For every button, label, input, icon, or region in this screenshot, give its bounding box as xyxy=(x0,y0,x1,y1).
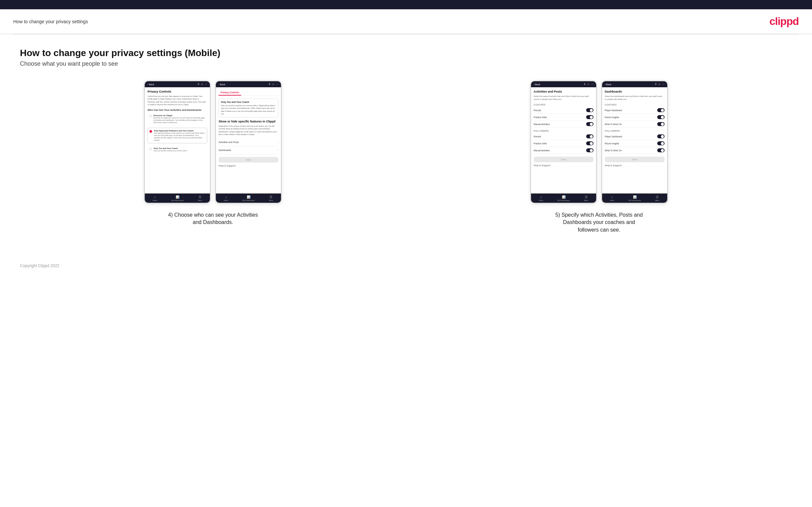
toggle-work-on-coaches[interactable]: What To Work On xyxy=(605,121,665,128)
phone-1-tab-bar: ⌂ Home 📊 My Performance ☰ Menu xyxy=(145,193,210,203)
tab-home-3[interactable]: ⌂ Home xyxy=(539,195,543,202)
breadcrumb: How to change your privacy settings xyxy=(13,19,88,24)
screenshots-row: ‹ Back ⚲ ☺ ⋯ Privacy Controls Control ho… xyxy=(20,80,792,234)
phone-1-body-text: Control how you and your data appears to… xyxy=(147,95,207,106)
back-button-1[interactable]: ‹ Back xyxy=(147,83,154,86)
toggle-round-insights-coaches-switch[interactable] xyxy=(657,115,665,119)
search-icon[interactable]: ⚲ xyxy=(198,83,199,86)
back-button-3[interactable]: ‹ Back xyxy=(534,83,540,86)
menu-icon-2: ☰ xyxy=(270,195,272,199)
phone-2-tab-bar: ⌂ Home 📊 My Performance ☰ Menu xyxy=(216,193,281,203)
toggle-work-on-coaches-switch[interactable] xyxy=(657,122,665,126)
person-icon[interactable]: ☺ xyxy=(201,83,203,86)
tab-home-1[interactable]: ⌂ Home xyxy=(153,195,157,202)
toggle-round-insights-followers[interactable]: Round Insights xyxy=(605,140,665,147)
menu-icon-3: ☰ xyxy=(585,195,588,199)
radio-desc-everyone: Everyone on Clippd can search for you an… xyxy=(153,117,206,124)
toggle-manual-followers-switch[interactable] xyxy=(586,148,594,152)
phone-3-section-title: Activities and Posts xyxy=(534,90,594,93)
radio-coach-only[interactable]: Only You and Your Coach Only you and the… xyxy=(147,146,207,154)
toggle-player-dash-followers-switch[interactable] xyxy=(657,134,665,138)
tab-home-4[interactable]: ⌂ Home xyxy=(610,195,614,202)
toggle-work-on-followers-switch[interactable] xyxy=(657,148,665,152)
person-icon-2[interactable]: ☺ xyxy=(272,83,274,86)
save-button-2[interactable]: Save xyxy=(218,157,278,163)
more-icon-3[interactable]: ⋯ xyxy=(591,83,594,86)
phone-4-section-desc: Select the dashboards that you'd like to… xyxy=(605,95,665,101)
tab-performance-3[interactable]: 📊 My Performance xyxy=(558,195,570,202)
toggle-drills-followers-switch[interactable] xyxy=(586,142,594,145)
radio-everyone[interactable]: Everyone on Clippd Everyone on Clippd ca… xyxy=(147,113,207,125)
menu-dashboards-label: Dashboards xyxy=(218,149,231,151)
phone-3-section-desc: Select the types of activity that you'd … xyxy=(534,95,594,101)
toggle-manual-coaches-switch[interactable] xyxy=(586,122,594,126)
toggle-round-insights-followers-switch[interactable] xyxy=(657,142,665,145)
search-icon-2[interactable]: ⚲ xyxy=(269,83,270,86)
toggle-player-dash-coaches[interactable]: Player Dashboard xyxy=(605,107,665,114)
header: How to change your privacy settings clip… xyxy=(0,9,812,34)
person-icon-4[interactable]: ☺ xyxy=(658,83,661,86)
tab-home-2[interactable]: ⌂ Home xyxy=(224,195,228,202)
more-icon-2[interactable]: ⋯ xyxy=(276,83,278,86)
save-button-3[interactable]: Save xyxy=(534,157,594,162)
phone-3-header: ‹ Back ⚲ ☺ ⋯ xyxy=(531,81,596,87)
performance-icon-1: 📊 xyxy=(176,195,179,199)
menu-activities[interactable]: Activities and Posts › xyxy=(218,138,278,146)
info-box-title: Only You and Your Coach xyxy=(221,101,276,103)
tab-menu-3[interactable]: ☰ Menu xyxy=(584,195,589,202)
phone-1-section-title: Privacy Controls xyxy=(147,90,207,93)
save-button-4[interactable]: Save xyxy=(605,157,665,162)
tab-performance-4[interactable]: 📊 My Performance xyxy=(629,195,641,202)
menu-icon-4: ☰ xyxy=(656,195,659,199)
toggle-player-dash-coaches-switch[interactable] xyxy=(657,108,665,112)
toggle-player-dash-followers[interactable]: Player Dashboard xyxy=(605,133,665,140)
main-content: How to change your privacy settings (Mob… xyxy=(0,35,812,253)
phone-3-body: Activities and Posts Select the types of… xyxy=(531,87,596,193)
screenshot-group-1: ‹ Back ⚲ ☺ ⋯ Privacy Controls Control ho… xyxy=(20,80,406,226)
toggle-manual-followers[interactable]: Manual Activities xyxy=(534,147,594,154)
toggle-manual-coaches[interactable]: Manual Activities xyxy=(534,121,594,128)
phones-pair-2: ‹ Back ⚲ ☺ ⋯ Activities and Posts Select… xyxy=(530,80,668,204)
followers-label-4: FOLLOWERS xyxy=(605,130,665,132)
person-icon-3[interactable]: ☺ xyxy=(587,83,590,86)
radio-label-coach: Only You and Your Coach xyxy=(153,147,187,149)
radio-circle-everyone xyxy=(149,115,152,117)
toggle-drills-coaches-switch[interactable] xyxy=(586,115,594,119)
home-icon-4: ⌂ xyxy=(611,195,613,199)
radio-approved[interactable]: Only Approved Followers and Your Coach O… xyxy=(147,128,207,143)
tab-menu-1[interactable]: ☰ Menu xyxy=(198,195,202,202)
more-icon-4[interactable]: ⋯ xyxy=(662,83,665,86)
toggle-drills-followers[interactable]: Practice Drills xyxy=(534,140,594,147)
search-icon-4[interactable]: ⚲ xyxy=(655,83,657,86)
toggle-round-insights-coaches[interactable]: Round Insights xyxy=(605,114,665,121)
toggle-rounds-followers-switch[interactable] xyxy=(586,134,594,138)
caption-2: 5) Specify which Activities, Posts and D… xyxy=(553,211,646,234)
toggle-rounds-coaches-switch[interactable] xyxy=(586,108,594,112)
phone-4: ‹ Back ⚲ ☺ ⋯ Dashboards Select the dashb… xyxy=(601,80,668,204)
search-icon-3[interactable]: ⚲ xyxy=(584,83,586,86)
home-icon-2: ⌂ xyxy=(225,195,227,199)
screenshot-group-2: ‹ Back ⚲ ☺ ⋯ Activities and Posts Select… xyxy=(406,80,793,234)
tab-menu-4[interactable]: ☰ Menu xyxy=(655,195,660,202)
privacy-tab-active[interactable]: Privacy Controls xyxy=(218,90,241,96)
toggle-rounds-followers[interactable]: Rounds xyxy=(534,133,594,140)
page-title: How to change your privacy settings (Mob… xyxy=(20,48,792,58)
back-button-4[interactable]: ‹ Back xyxy=(605,83,611,86)
tab-menu-2[interactable]: ☰ Menu xyxy=(269,195,273,202)
toggle-work-on-followers[interactable]: What To Work On xyxy=(605,147,665,154)
toggle-rounds-coaches[interactable]: Rounds xyxy=(534,107,594,114)
tab-performance-1[interactable]: 📊 My Performance xyxy=(171,195,184,202)
more-icon[interactable]: ⋯ xyxy=(205,83,207,86)
menu-activities-label: Activities and Posts xyxy=(218,141,239,143)
top-bar xyxy=(0,0,812,9)
back-button-2[interactable]: ‹ Back xyxy=(218,83,225,86)
tab-performance-2[interactable]: 📊 My Performance xyxy=(243,195,255,202)
radio-desc-coach: Only you and the coaches you connect wit… xyxy=(153,150,187,152)
menu-dashboards[interactable]: Dashboards › xyxy=(218,146,278,154)
phone-4-icons: ⚲ ☺ ⋯ xyxy=(655,83,665,86)
toggle-drills-coaches[interactable]: Practice Drills xyxy=(534,114,594,121)
radio-label-approved: Only Approved Followers and Your Coach xyxy=(154,130,205,132)
performance-icon-3: 📊 xyxy=(562,195,566,199)
phone-1-subsection: Who Can See Your Activities and Dashboar… xyxy=(147,109,207,111)
phone-3-icons: ⚲ ☺ ⋯ xyxy=(584,83,594,86)
